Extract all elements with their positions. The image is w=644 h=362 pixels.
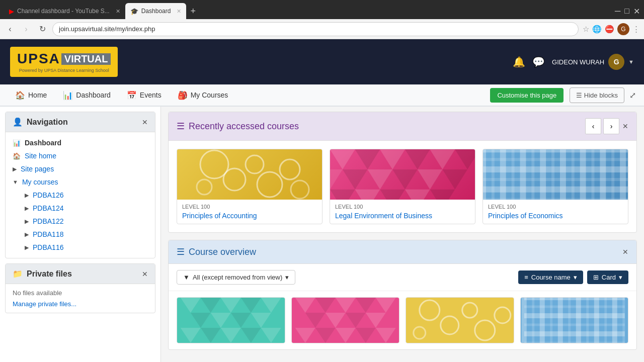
svg-marker-62: [355, 298, 375, 313]
sidebar-item-pdba118[interactable]: ▶ PDBA118: [18, 228, 155, 241]
reload-button[interactable]: ↻: [36, 23, 48, 35]
user-name-text: GIDEON WURAH: [552, 58, 604, 66]
sidebar-item-pdba126[interactable]: ▶ PDBA126: [18, 189, 155, 202]
tab-dashboard[interactable]: 🎓 Dashboard ✕: [125, 3, 187, 19]
minimize-button[interactable]: ─: [615, 7, 620, 16]
navigation-title: 👤 Navigation: [13, 117, 68, 127]
sidebar-item-site-pages[interactable]: ▶ Site pages: [6, 162, 155, 175]
svg-marker-63: [375, 298, 395, 313]
courses-next-button[interactable]: ›: [603, 118, 619, 134]
svg-marker-15: [392, 169, 418, 190]
pdba126-arrow: ▶: [25, 192, 29, 199]
pdba118-arrow: ▶: [25, 231, 29, 238]
svg-marker-48: [241, 298, 261, 313]
nav-events[interactable]: 📅 Events: [120, 86, 169, 104]
overview-card-1[interactable]: [177, 297, 285, 343]
new-tab-button[interactable]: +: [186, 4, 200, 19]
pdba122-arrow: ▶: [25, 218, 29, 225]
message-icon[interactable]: 💬: [532, 56, 545, 68]
profile-icon[interactable]: G: [617, 23, 629, 35]
view-button[interactable]: ⊞ Card ▾: [587, 270, 628, 284]
svg-marker-8: [355, 149, 380, 169]
extension-icon-2[interactable]: ⛔: [605, 25, 614, 34]
sidebar-item-pdba116[interactable]: ▶ PDBA116: [18, 241, 155, 254]
private-files-block-header: 📁 Private files ✕: [6, 264, 155, 284]
svg-marker-22: [405, 190, 430, 200]
filter-label: All (except removed from view): [193, 274, 282, 281]
course-name-economics[interactable]: Principles of Economics: [488, 212, 623, 220]
tab-close-dashboard[interactable]: ✕: [177, 8, 181, 15]
sidebar-site-home-label: Site home: [25, 152, 56, 160]
dashboard-favicon: 🎓: [130, 8, 138, 15]
my-courses-arrow: ▼: [13, 179, 18, 185]
site-logo[interactable]: UPSA VIRTUAL Powered by UPSA Distance Le…: [10, 47, 118, 77]
private-files-block: 📁 Private files ✕ No files available Man…: [5, 263, 155, 313]
svg-point-6: [291, 180, 309, 199]
recently-accessed-collapse-button[interactable]: ✕: [622, 122, 628, 130]
course-overview-section: ☰ Course overview ✕ ▼ All (except remove…: [168, 240, 637, 350]
browser-address-bar-row: ‹ › ↻ ☆ 🌐 ⛔ G ⋮: [0, 19, 644, 39]
svg-marker-66: [345, 313, 365, 328]
nav-home[interactable]: 🏠 Home: [8, 86, 54, 104]
course-card-accounting[interactable]: LEVEL 100 Principles of Accounting: [177, 149, 323, 224]
sidebar-item-pdba124[interactable]: ▶ PDBA124: [18, 202, 155, 215]
nav-my-courses[interactable]: 🎒 My Courses: [171, 86, 235, 104]
svg-marker-68: [295, 328, 315, 343]
menu-icon[interactable]: ⋮: [632, 25, 640, 34]
recently-accessed-section: ☰ Recently accessed courses ‹ › ✕: [168, 112, 637, 233]
course-overview-collapse-button[interactable]: ✕: [622, 248, 628, 256]
recently-accessed-nav: ‹ ›: [585, 118, 619, 134]
nav-dashboard[interactable]: 📊 Dashboard: [56, 86, 118, 104]
svg-point-4: [280, 159, 300, 179]
address-input[interactable]: [52, 22, 579, 36]
sidebar-item-my-courses[interactable]: ▼ My courses: [6, 175, 155, 189]
course-name-business-law[interactable]: Legal Environment of Business: [335, 212, 470, 220]
sidebar-item-dashboard[interactable]: 📊 Dashboard: [6, 136, 155, 149]
overview-card-2[interactable]: [291, 297, 400, 343]
recently-accessed-icon: ☰: [177, 121, 185, 132]
navigation-block: 👤 Navigation ✕ 📊 Dashboard 🏠 Site home ▶…: [5, 112, 155, 258]
expand-page-button[interactable]: ⤢: [629, 90, 636, 100]
notification-icon[interactable]: 🔔: [513, 56, 525, 68]
svg-point-78: [414, 327, 426, 339]
course-card-business-law[interactable]: LEVEL 100 Legal Environment of Business: [330, 149, 475, 224]
close-button[interactable]: ✕: [633, 7, 640, 16]
navigation-collapse-button[interactable]: ✕: [142, 118, 148, 126]
maximize-button[interactable]: □: [624, 7, 629, 16]
svg-marker-20: [355, 190, 380, 200]
navigation-block-header: 👤 Navigation ✕: [6, 112, 155, 132]
customise-button[interactable]: Customise this page: [490, 88, 564, 103]
hide-blocks-button[interactable]: ☰ Hide blocks: [570, 87, 624, 103]
svg-point-74: [441, 316, 459, 334]
svg-marker-14: [367, 169, 392, 190]
sort-button[interactable]: ≡ Course name ▾: [518, 270, 583, 284]
course-card-economics[interactable]: LEVEL 100 Principles of Economics: [482, 149, 628, 224]
overview-filter-button[interactable]: ▼ All (except removed from view) ▾: [177, 270, 295, 285]
pdba124-arrow: ▶: [25, 205, 29, 212]
hide-blocks-label: Hide blocks: [584, 92, 618, 99]
overview-card-3[interactable]: [406, 297, 514, 343]
sidebar-item-pdba122[interactable]: ▶ PDBA122: [18, 215, 155, 228]
sidebar-pdba118-label: PDBA118: [33, 230, 63, 238]
manage-private-files-link[interactable]: Manage private files...: [13, 300, 76, 308]
user-dropdown-icon[interactable]: ▼: [628, 59, 634, 65]
svg-marker-45: [181, 298, 201, 313]
user-menu[interactable]: GIDEON WURAH G ▼: [552, 54, 634, 70]
star-icon[interactable]: ☆: [583, 25, 589, 34]
svg-marker-23: [430, 190, 455, 200]
back-button[interactable]: ‹: [4, 23, 16, 35]
forward-button[interactable]: ›: [20, 23, 32, 35]
recently-accessed-courses-grid: LEVEL 100 Principles of Accounting: [169, 141, 636, 232]
sidebar-pdba126-label: PDBA126: [33, 191, 63, 199]
extension-icon-1[interactable]: 🌐: [592, 25, 602, 34]
overview-card-4[interactable]: [520, 297, 629, 343]
svg-marker-53: [251, 313, 271, 328]
sidebar-item-site-home[interactable]: 🏠 Site home: [6, 149, 155, 162]
courses-prev-button[interactable]: ‹: [585, 118, 601, 134]
tab-close-youtube[interactable]: ✕: [116, 8, 120, 15]
sidebar-dashboard-label: Dashboard: [25, 139, 61, 147]
tab-youtube[interactable]: ▶ Channel dashboard - YouTube S... ✕: [4, 3, 125, 19]
private-files-collapse-button[interactable]: ✕: [142, 270, 148, 278]
sidebar-pdba116-label: PDBA116: [33, 243, 63, 251]
course-name-accounting[interactable]: Principles of Accounting: [182, 212, 317, 220]
